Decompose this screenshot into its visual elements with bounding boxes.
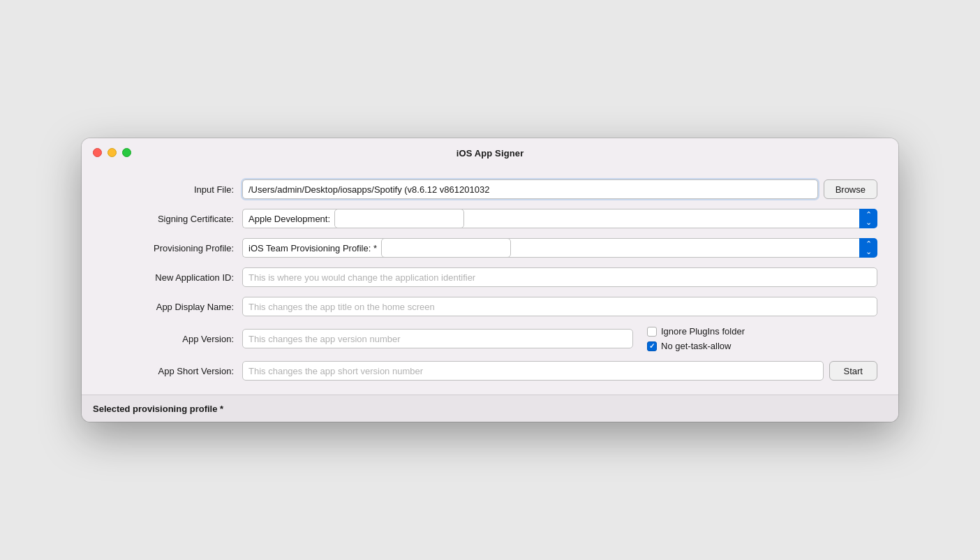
app-short-version-control-area: Start: [242, 361, 877, 381]
provisioning-profile-dropdown-arrow[interactable]: ⌃⌄: [859, 238, 877, 258]
provisioning-profile-select-wrapper: iOS Team Provisioning Profile: * ⌃⌄: [242, 238, 877, 258]
new-app-id-field[interactable]: [242, 267, 877, 287]
new-app-id-row: New Application ID:: [103, 267, 877, 287]
app-short-version-field[interactable]: [242, 361, 824, 381]
signing-cert-display[interactable]: Apple Development:: [242, 209, 859, 228]
status-bar: Selected provisioning profile *: [82, 395, 898, 422]
right-options: Ignore PlugIns folder No get-task-allow: [647, 326, 745, 351]
app-version-label: App Version:: [103, 334, 242, 344]
minimize-button[interactable]: [107, 148, 117, 157]
traffic-lights: [93, 148, 131, 157]
no-get-task-checkbox[interactable]: [647, 341, 657, 351]
provisioning-profile-prefix-text: iOS Team Provisioning Profile: *: [243, 243, 381, 253]
main-window: iOS App Signer Input File: Browse Signin…: [82, 138, 898, 422]
app-version-control-area: Ignore PlugIns folder No get-task-allow: [242, 326, 877, 351]
app-display-name-row: App Display Name:: [103, 297, 877, 316]
input-file-field[interactable]: [242, 179, 818, 199]
no-get-task-row: No get-task-allow: [647, 341, 745, 351]
provisioning-profile-control-area: iOS Team Provisioning Profile: * ⌃⌄: [242, 238, 877, 258]
no-get-task-label: No get-task-allow: [661, 341, 731, 351]
chevron-updown-icon-2: ⌃⌄: [866, 240, 872, 256]
window-body: Input File: Browse Signing Certificate: …: [82, 165, 898, 381]
new-app-id-control-area: [242, 267, 877, 287]
chevron-updown-icon: ⌃⌄: [866, 211, 872, 226]
status-text: Selected provisioning profile *: [93, 404, 223, 414]
app-version-field[interactable]: [242, 329, 633, 348]
input-file-control-area: Browse: [242, 179, 877, 199]
signing-cert-inner-input[interactable]: [334, 209, 464, 228]
app-display-name-label: App Display Name:: [103, 302, 242, 312]
window-title: iOS App Signer: [456, 148, 524, 159]
input-file-row: Input File: Browse: [103, 179, 877, 199]
signing-cert-label: Signing Certificate:: [103, 214, 242, 224]
browse-button[interactable]: Browse: [824, 179, 877, 199]
app-short-version-label: App Short Version:: [103, 366, 242, 376]
provisioning-profile-inner-input[interactable]: [381, 238, 511, 258]
new-app-id-label: New Application ID:: [103, 272, 242, 283]
signing-cert-dropdown-arrow[interactable]: ⌃⌄: [859, 209, 877, 228]
signing-cert-control-area: Apple Development: ⌃⌄: [242, 209, 877, 228]
ignore-plugins-checkbox[interactable]: [647, 327, 657, 337]
signing-cert-select-wrapper: Apple Development: ⌃⌄: [242, 209, 877, 228]
app-version-row: App Version: Ignore PlugIns folder No ge…: [103, 326, 877, 351]
start-button[interactable]: Start: [829, 361, 877, 381]
provisioning-profile-label: Provisioning Profile:: [103, 243, 242, 253]
app-display-name-control-area: [242, 297, 877, 316]
provisioning-profile-row: Provisioning Profile: iOS Team Provision…: [103, 238, 877, 258]
ignore-plugins-label: Ignore PlugIns folder: [661, 326, 745, 337]
maximize-button[interactable]: [122, 148, 131, 157]
signing-certificate-row: Signing Certificate: Apple Development: …: [103, 209, 877, 228]
signing-cert-prefix-text: Apple Development:: [243, 214, 334, 224]
close-button[interactable]: [93, 148, 102, 157]
title-bar: iOS App Signer: [82, 138, 898, 165]
provisioning-profile-display[interactable]: iOS Team Provisioning Profile: *: [242, 238, 859, 258]
input-file-label: Input File:: [103, 184, 242, 195]
ignore-plugins-row: Ignore PlugIns folder: [647, 326, 745, 337]
app-display-name-field[interactable]: [242, 297, 877, 316]
app-short-version-row: App Short Version: Start: [103, 361, 877, 381]
